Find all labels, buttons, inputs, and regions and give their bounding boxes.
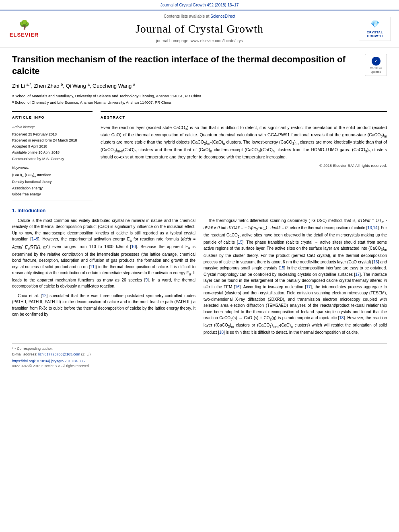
affiliations: a School of Materials and Metallurgy, Un… [12, 93, 387, 106]
abstract-section: ABSTRACT Even the reaction layer (excite… [101, 111, 387, 168]
abstract-text: Even the reaction layer (excited state C… [101, 125, 387, 160]
article-info-header: ARTICLE INFO [12, 115, 93, 122]
elsevier-tree-icon: 🌳 [19, 19, 30, 31]
contents-line: Contents lists available at ScienceDirec… [48, 14, 351, 19]
copyright-text: © 2018 Elsevier B.V. All rights reserved… [101, 163, 387, 168]
abstract-col: ABSTRACT Even the reaction layer (excite… [101, 111, 387, 201]
introduction-body: Calcite is the most common and widely di… [12, 218, 387, 339]
elsevier-logo-section: 🌳 ELSEVIER [8, 21, 48, 37]
affil-sup-b: b [12, 100, 14, 105]
journal-title-section: Contents lists available at ScienceDirec… [48, 14, 351, 44]
affil-text-b: School of Chemistry and Life Science, An… [14, 100, 171, 105]
sciencedirect-link[interactable]: ScienceDirect [210, 14, 235, 18]
footnote-section: * * Corresponding author. E-mail address… [12, 343, 387, 369]
email-label: E-mail address: [12, 352, 38, 356]
article-dates: Received 25 February 2018 Received in re… [12, 131, 93, 162]
check-circle-icon: ✓ [372, 57, 380, 66]
issn-line: 0022-0248/© 2018 Elsevier B.V. All right… [12, 364, 387, 369]
intro-col-left: Calcite is the most common and widely di… [12, 218, 195, 339]
affiliation-b: b School of Chemistry and Life Science, … [12, 100, 387, 105]
keyword-4: Gibbs free energy [12, 191, 93, 197]
section-1-title: 1. Introduction [12, 207, 387, 214]
journal-homepage: journal homepage: www.elsevier.com/locat… [48, 38, 351, 44]
journal-citation: Journal of Crystal Growth 492 (2018) 13–… [160, 3, 239, 7]
elsevier-text: ELSEVIER [10, 31, 39, 39]
keyword-1: (CaO)n-(CO2)n Interface [12, 172, 93, 179]
article-title: Transition mechanism of the reaction int… [12, 54, 359, 77]
intro-para-1: Calcite is the most common and widely di… [12, 218, 195, 290]
article-info-abstract-section: ARTICLE INFO Article history: Received 2… [12, 111, 387, 201]
keywords-label: Keywords: [12, 165, 93, 170]
crystal-icon: 💎 [370, 19, 379, 29]
corresponding-author-text: * Corresponding author. [14, 347, 53, 351]
check-updates-badge: ✓ Check forupdates [365, 54, 387, 76]
crystal-growth-logo: 💎 CRYSTALGROWTH [359, 17, 391, 41]
main-content: Transition mechanism of the reaction int… [0, 47, 399, 377]
article-info-col: ARTICLE INFO Article history: Received 2… [12, 111, 93, 201]
intro-para-3: the thermogravimetric-differential scann… [204, 218, 387, 335]
logo-title: CRYSTALGROWTH [367, 31, 383, 38]
keywords-section: Keywords: (CaO)n-(CO2)n Interface Densit… [12, 165, 93, 197]
accepted-date: Accepted 9 April 2018 [12, 144, 93, 150]
journal-citation-bar: Journal of Crystal Growth 492 (2018) 13–… [0, 0, 399, 10]
authors-line: Zhi Li a,*, Zhen Zhao b, Qi Wang a, Guoc… [12, 82, 387, 90]
abstract-header: ABSTRACT [101, 115, 387, 122]
journal-title: Journal of Crystal Growth [48, 21, 351, 37]
doi-line: https://doi.org/10.1016/j.jcrysgro.2018.… [12, 359, 387, 364]
contents-text: Contents lists available at [164, 14, 209, 18]
journal-header: 🌳 ELSEVIER Contents lists available at S… [0, 10, 399, 47]
history-label: Article history: [12, 125, 93, 130]
doi-link[interactable]: https://doi.org/10.1016/j.jcrysgro.2018.… [12, 359, 85, 363]
affil-text-a: School of Materials and Metallurgy, Univ… [14, 93, 201, 99]
affiliation-a: a School of Materials and Metallurgy, Un… [12, 93, 387, 99]
keyword-3: Association energy [12, 185, 93, 191]
email-name: (Z. Li). [81, 352, 92, 356]
received-date: Received 25 February 2018 [12, 131, 93, 138]
intro-col-right: the thermogravimetric-differential scann… [204, 218, 387, 339]
email-link[interactable]: lizhi817723700@163.com [38, 352, 80, 356]
article-info-box: ARTICLE INFO Article history: Received 2… [12, 111, 93, 201]
journal-logo-section: 💎 CRYSTALGROWTH [351, 17, 391, 41]
affil-sup-a: a [12, 93, 14, 98]
communicated-by: Communicated by M.S. Goorsky [12, 156, 93, 162]
elsevier-logo: 🌳 ELSEVIER [8, 21, 40, 37]
keyword-2: Density functional theory [12, 179, 93, 185]
received-revised-date: Received in revised form 24 March 2018 [12, 138, 93, 144]
introduction-section: 1. Introduction Calcite is the most comm… [12, 207, 387, 339]
check-updates-label: Check forupdates [370, 66, 382, 74]
available-online-date: Available online 10 April 2018 [12, 150, 93, 156]
article-title-section: Transition mechanism of the reaction int… [12, 54, 387, 77]
intro-para-2: Croix et al. [12] speculated that there … [12, 293, 195, 318]
email-note: E-mail address: lizhi817723700@163.com (… [12, 352, 387, 357]
corresponding-author-note: * * Corresponding author. [12, 346, 387, 352]
